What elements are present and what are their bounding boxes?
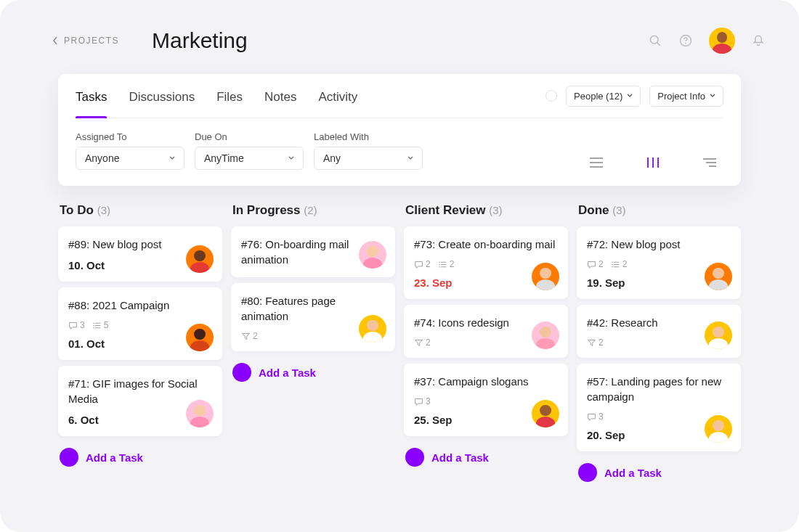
assignee-avatar[interactable] xyxy=(186,324,214,351)
add-task-button[interactable]: Add a Task xyxy=(577,457,741,482)
task-card[interactable]: #76: On-boarding mail animation xyxy=(231,226,395,277)
page-title: Marketing xyxy=(152,28,248,53)
column-title-text: Done xyxy=(578,203,609,217)
help-icon xyxy=(678,33,693,48)
app-frame: PROJECTS Marketing Tasks Discussions Fil… xyxy=(0,0,799,532)
plus-icon-wrap xyxy=(60,448,78,467)
svg-point-16 xyxy=(93,322,94,324)
view-switch xyxy=(588,155,723,170)
task-card-title: #72: New blog post xyxy=(587,237,731,252)
svg-point-34 xyxy=(612,261,613,263)
column-count: (3) xyxy=(97,204,110,216)
tab-discussions[interactable]: Discussions xyxy=(129,74,195,118)
task-card[interactable]: #88: 2021 Campaign3501. Oct xyxy=(58,287,222,360)
task-card-title: #88: 2021 Campaign xyxy=(68,298,212,313)
column-title: To Do (3) xyxy=(58,203,222,226)
view-board-button[interactable] xyxy=(645,155,661,170)
comment-icon xyxy=(414,397,423,406)
help-button[interactable] xyxy=(678,33,693,48)
task-due-date: 23. Sep xyxy=(414,277,453,289)
add-task-button[interactable]: Add a Task xyxy=(404,442,568,467)
plus-icon xyxy=(583,468,592,477)
assignee-avatar[interactable] xyxy=(705,322,732,349)
tab-files[interactable]: Files xyxy=(216,74,243,118)
task-card[interactable]: #73: Create on-boarding mail2223. Sep xyxy=(404,226,568,299)
svg-point-3 xyxy=(685,43,686,44)
project-panel: Tasks Discussions Files Notes Activity P… xyxy=(58,74,741,186)
filter-icon xyxy=(587,338,596,348)
bell-icon xyxy=(751,33,766,48)
filter-icon xyxy=(414,338,423,348)
column-title: In Progress (2) xyxy=(231,203,395,226)
assignee-avatar[interactable] xyxy=(532,263,559,290)
filter-due-label: Due On xyxy=(195,131,304,142)
svg-point-17 xyxy=(93,324,94,326)
filter-assigned-select[interactable]: Anyone xyxy=(76,147,184,170)
column-title: Client Review (3) xyxy=(404,203,568,226)
caret-down-icon xyxy=(710,94,715,98)
plus-icon-wrap xyxy=(232,363,251,382)
comments-count: 2 xyxy=(587,259,604,269)
task-card[interactable]: #80: Features page animation2 xyxy=(231,283,395,351)
tab-activity[interactable]: Activity xyxy=(319,74,358,118)
filter-assigned-label: Assigned To xyxy=(76,131,184,142)
svg-point-36 xyxy=(612,266,613,267)
tab-tasks[interactable]: Tasks xyxy=(76,74,107,118)
add-task-button[interactable]: Add a Task xyxy=(231,357,395,382)
assignee-avatar[interactable] xyxy=(359,241,386,269)
assignee-avatar[interactable] xyxy=(359,315,386,343)
assignee-avatar[interactable] xyxy=(186,400,214,427)
add-task-label: Add a Task xyxy=(431,451,489,464)
subtasks-count: 2 xyxy=(241,331,258,341)
search-icon xyxy=(648,33,662,48)
task-card[interactable]: #42: Research2 xyxy=(577,305,741,358)
filter-labeled-select[interactable]: Any xyxy=(314,147,423,170)
filter-due-select[interactable]: AnyTime xyxy=(195,147,304,170)
task-card-title: #57: Landing pages for new campaign xyxy=(587,374,731,404)
assignee-avatar[interactable] xyxy=(532,400,559,427)
column-title: Done (3) xyxy=(577,203,741,226)
column-title-text: In Progress xyxy=(232,203,301,217)
assignee-avatar[interactable] xyxy=(705,415,732,443)
svg-point-26 xyxy=(439,261,440,263)
project-tabs: Tasks Discussions Files Notes Activity xyxy=(76,74,357,118)
chevron-left-icon xyxy=(52,36,58,45)
current-user-avatar[interactable] xyxy=(709,28,735,54)
caret-down-icon xyxy=(169,156,175,160)
project-info-dropdown[interactable]: Project Info xyxy=(649,86,723,107)
task-card[interactable]: #57: Landing pages for new campaign320. … xyxy=(577,364,741,451)
filter-labeled: Labeled With Any xyxy=(314,131,423,170)
column-title-text: To Do xyxy=(60,203,94,217)
task-card[interactable]: #71: GIF images for Social Media6. Oct xyxy=(58,366,222,436)
task-due-date: 01. Oct xyxy=(68,337,105,350)
svg-point-18 xyxy=(93,327,94,328)
svg-point-0 xyxy=(650,36,658,44)
svg-point-28 xyxy=(439,266,440,267)
search-button[interactable] xyxy=(648,33,662,48)
tab-notes[interactable]: Notes xyxy=(264,74,296,118)
filter-labeled-value: Any xyxy=(323,152,341,164)
subtasks-icon xyxy=(438,260,447,269)
task-card[interactable]: #72: New blog post2219. Sep xyxy=(577,226,741,299)
people-dropdown[interactable]: People (12) xyxy=(566,86,641,107)
assignee-avatar[interactable] xyxy=(186,245,214,273)
breadcrumb-label: PROJECTS xyxy=(64,36,119,46)
add-task-button[interactable]: Add a Task xyxy=(58,442,222,467)
view-list-button[interactable] xyxy=(588,155,604,170)
breadcrumb-back[interactable]: PROJECTS xyxy=(52,36,119,46)
task-card[interactable]: #89: New blog post10. Oct xyxy=(58,226,222,282)
filter-due: Due On AnyTime xyxy=(195,131,304,170)
notifications-button[interactable] xyxy=(751,33,766,48)
filter-assigned: Assigned To Anyone xyxy=(76,131,184,170)
assignee-avatar[interactable] xyxy=(705,263,732,290)
assignee-avatar[interactable] xyxy=(532,322,559,349)
task-card[interactable]: #74: Icons redesign2 xyxy=(404,305,568,358)
view-timeline-button[interactable] xyxy=(702,155,718,170)
task-card[interactable]: #37: Campaign slogans325. Sep xyxy=(404,364,568,436)
comment-icon xyxy=(414,260,423,269)
status-indicator[interactable] xyxy=(545,90,557,102)
subtasks-count: 2 xyxy=(587,337,604,348)
people-label: People (12) xyxy=(574,91,622,102)
column-count: (3) xyxy=(612,204,625,216)
list-view-icon xyxy=(588,156,604,169)
